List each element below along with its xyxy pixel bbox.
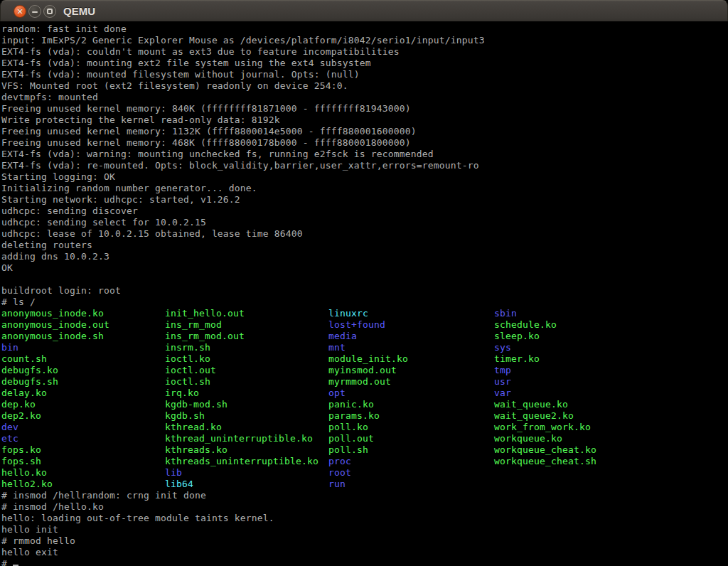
boot-log-line: udhcpc: sending select for 10.0.2.15 [1, 217, 728, 228]
boot-log-line: devtmpfs: mounted [1, 92, 728, 103]
ls-entry: etc [1, 433, 18, 444]
ls-entry: poll.ko [328, 422, 368, 433]
boot-log-line: EXT4-fs (vda): re-mounted. Opts: block_v… [1, 160, 728, 171]
ls-entry: kthreads.ko [165, 444, 228, 456]
close-button[interactable]: ✕ [14, 5, 26, 18]
shell-line: hello init [1, 524, 728, 535]
ls-output-row: anonymous_inode.outins_rm_modlost+founds… [1, 319, 728, 331]
ls-entry: lib [165, 467, 182, 479]
ls-entry: kgdb-mod.sh [165, 399, 228, 410]
boot-log-line: EXT4-fs (vda): warning: mounting uncheck… [1, 149, 728, 160]
boot-log-line: Starting logging: OK [1, 171, 728, 183]
ls-entry: workqueue.ko [494, 433, 562, 444]
ls-entry: linuxrc [328, 308, 368, 319]
window-title: QEMU [63, 1, 95, 21]
ls-output-row: hello.kolibroot [1, 467, 728, 479]
ls-entry: opt [328, 388, 346, 399]
ls-entry: ioctl.ko [165, 353, 210, 365]
boot-log-line: Initializing random number generator... … [1, 183, 728, 194]
ls-output-row: delay.koirq.kooptvar [1, 388, 728, 399]
terminal-console[interactable]: random: fast init doneinput: ImExPS/2 Ge… [0, 21, 728, 566]
ls-entry: poll.out [328, 433, 374, 444]
ls-entry: count.sh [1, 353, 47, 365]
boot-log-line: Write protecting the kernel read-only da… [1, 114, 728, 126]
boot-log-line [1, 274, 728, 285]
shell-line: # insmod /hello.ko [1, 501, 728, 513]
close-icon: ✕ [16, 8, 23, 16]
ls-entry: wait_queue2.ko [494, 410, 574, 422]
ls-entry: timer.ko [494, 353, 540, 365]
boot-log-line: EXT4-fs (vda): mounted filesystem withou… [1, 69, 728, 80]
login-line: buildroot login: root [1, 285, 728, 297]
ls-entry: ins_rm_mod.out [165, 331, 245, 342]
ls-entry: irq.ko [165, 388, 199, 399]
ls-output-row: fops.shkthreads_uninterruptible.koprocwo… [1, 456, 728, 467]
ls-entry: ins_rm_mod [165, 319, 222, 331]
boot-log-line: deleting routers [1, 240, 728, 251]
ls-output-row: count.shioctl.komodule_init.kotimer.ko [1, 353, 728, 365]
ls-output-row: bininsrm.shmntsys [1, 342, 728, 353]
ls-entry: panic.ko [328, 399, 374, 410]
boot-log-line: VFS: Mounted root (ext2 filesystem) read… [1, 80, 728, 92]
boot-log-line: Starting network: udhcpc: started, v1.26… [1, 194, 728, 205]
ls-entry: ioctl.out [165, 365, 216, 376]
maximize-icon [47, 9, 53, 14]
ls-output-row: hello2.kolib64run [1, 479, 728, 490]
ls-entry: anonymous_inode.out [1, 319, 109, 331]
ls-entry: tmp [494, 365, 511, 376]
maximize-button[interactable] [43, 5, 56, 18]
ls-entry: anonymous_inode.sh [1, 331, 104, 342]
ls-output-row: fops.kokthreads.kopoll.shworkqueue_cheat… [1, 444, 728, 456]
boot-log-line: input: ImExPS/2 Generic Explorer Mouse a… [1, 35, 728, 46]
boot-log-line: random: fast init done [1, 23, 728, 35]
boot-log-line: OK [1, 262, 728, 274]
ls-entry: workqueue_cheat.sh [494, 456, 596, 467]
ls-entry: dep.ko [1, 399, 36, 410]
ls-entry: kgdb.sh [165, 410, 205, 422]
shell-line: # insmod /hellrandom: crng init done [1, 490, 728, 501]
boot-log-line: Freeing unused kernel memory: 1132K (fff… [1, 126, 728, 137]
boot-log-line: EXT4-fs (vda): couldn't mount as ext3 du… [1, 46, 728, 58]
ls-entry: bin [1, 342, 18, 353]
ls-entry: sys [494, 342, 511, 353]
ls-entry: run [328, 479, 346, 490]
ls-entry: media [328, 331, 357, 342]
ls-entry: wait_queue.ko [494, 399, 568, 410]
ls-entry: proc [328, 456, 351, 467]
ls-entry: params.ko [328, 410, 380, 422]
boot-log-line: adding dns 10.0.2.3 [1, 251, 728, 262]
ls-entry: kthread_uninterruptible.ko [165, 433, 313, 444]
ls-entry: init_hello.out [165, 308, 245, 319]
ls-output-row: debugfs.koioctl.outmyinsmod.outtmp [1, 365, 728, 376]
ls-entry: var [494, 388, 511, 399]
ls-entry: sleep.ko [494, 331, 540, 342]
minimize-button[interactable] [28, 5, 41, 18]
ls-entry: debugfs.sh [1, 376, 58, 388]
ls-entry: usr [494, 376, 511, 388]
boot-log-line: EXT4-fs (vda): mounting ext2 file system… [1, 58, 728, 69]
ls-output-row: anonymous_inode.koinit_hello.outlinuxrcs… [1, 308, 728, 319]
ls-output-row: dep.kokgdb-mod.shpanic.kowait_queue.ko [1, 399, 728, 410]
ls-output-row: anonymous_inode.shins_rm_mod.outmediasle… [1, 331, 728, 342]
ls-entry: dep2.ko [1, 410, 41, 422]
ls-output-row: devkthread.kopoll.kowork_from_work.ko [1, 422, 728, 433]
boot-log-line: udhcpc: lease of 10.0.2.15 obtained, lea… [1, 228, 728, 240]
shell-line: # rmmod hello [1, 535, 728, 547]
ls-entry: module_init.ko [328, 353, 408, 365]
titlebar[interactable]: ✕ QEMU [0, 0, 728, 21]
ls-entry: poll.sh [328, 444, 368, 456]
ls-entry: fops.ko [1, 444, 41, 456]
ls-entry: workqueue_cheat.ko [494, 444, 596, 456]
ls-entry: work_from_work.ko [494, 422, 591, 433]
ls-entry: insrm.sh [165, 342, 210, 353]
ls-entry: mnt [328, 342, 346, 353]
ls-entry: schedule.ko [494, 319, 557, 331]
ls-output-row: dep2.kokgdb.shparams.kowait_queue2.ko [1, 410, 728, 422]
ls-entry: debugfs.ko [1, 365, 58, 376]
boot-log-line: udhcpc: sending discover [1, 205, 728, 217]
qemu-window: ✕ QEMU random: fast init doneinput: ImEx… [0, 0, 728, 566]
ls-entry: delay.ko [1, 388, 47, 399]
ls-output-row: etckthread_uninterruptible.kopoll.outwor… [1, 433, 728, 444]
ls-entry: sbin [494, 308, 517, 319]
ls-entry: dev [1, 422, 18, 433]
